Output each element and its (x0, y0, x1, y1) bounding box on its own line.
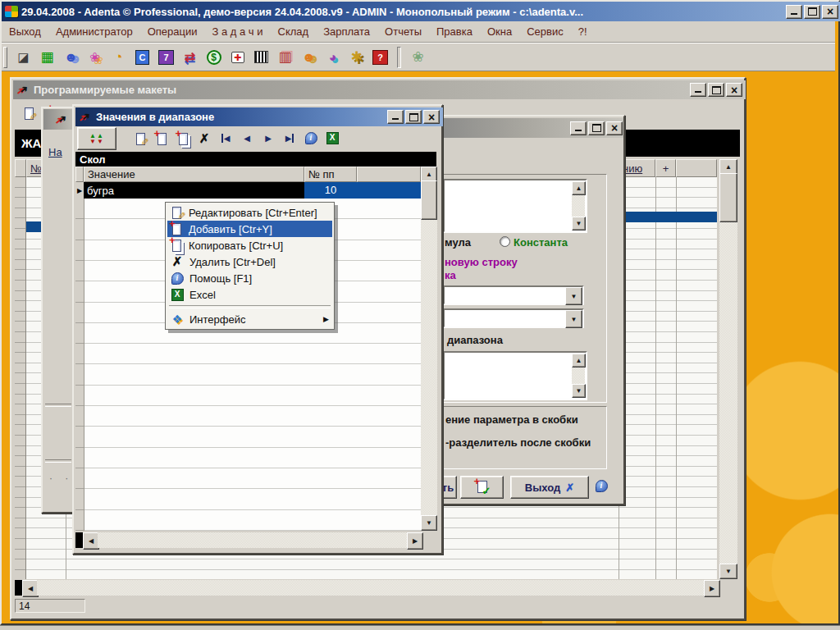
celebration-icon[interactable] (84, 48, 105, 67)
range-combo-2[interactable] (443, 308, 584, 328)
transfer-icon[interactable] (180, 48, 200, 67)
pie-chart-icon[interactable] (322, 48, 343, 67)
formula-textarea[interactable] (443, 179, 587, 233)
menu-item-9[interactable]: Сервис (519, 22, 571, 41)
context-menu-item-3[interactable]: Удалить [Ctr+Del] (167, 253, 332, 270)
main-window-maximize-button[interactable] (804, 5, 820, 19)
scroll-up-button[interactable] (572, 181, 586, 195)
radio-constant-label[interactable]: Константа (514, 236, 568, 249)
money-icon[interactable] (203, 48, 224, 67)
menu-item-4[interactable]: Склад (271, 22, 317, 41)
main-titlebar[interactable]: 29.04.2008 - Adenta © Professional, демо… (2, 2, 840, 21)
sort-button[interactable] (77, 127, 116, 150)
scroll-right-button[interactable] (407, 532, 423, 550)
users-icon[interactable] (61, 48, 81, 67)
menu-item-10[interactable]: ?! (571, 22, 595, 41)
staff-icon[interactable] (299, 48, 319, 67)
range-combo-1[interactable] (443, 285, 584, 305)
checkbox-label-brackets[interactable]: ение параметра в скобки (445, 413, 578, 426)
params-dialog-maximize-button[interactable] (588, 121, 605, 135)
menu-item-2[interactable]: Операции (140, 22, 205, 41)
first-aid-icon[interactable] (227, 48, 248, 67)
dropdown-button[interactable] (565, 287, 582, 305)
excel-button[interactable] (322, 129, 343, 148)
scroll-down-button[interactable] (719, 564, 737, 579)
last-record-button[interactable] (279, 129, 300, 148)
drive-c-icon[interactable] (132, 48, 153, 67)
menu-item-1[interactable]: Администратор (48, 22, 140, 41)
column-header-value[interactable]: Значение (84, 167, 304, 182)
menu-item-7[interactable]: Правка (429, 22, 480, 41)
values-titlebar[interactable]: Значения в диапазоне (75, 107, 443, 126)
scroll-thumb[interactable] (421, 180, 437, 220)
context-menu-item-7[interactable]: Интерфейс▶ (167, 311, 332, 327)
scroll-down-button[interactable] (572, 384, 586, 398)
scroll-thumb[interactable] (719, 173, 737, 222)
menu-item-3[interactable]: З а д а ч и (205, 22, 271, 41)
first-record-button[interactable] (215, 129, 236, 148)
calendar-icon[interactable] (156, 48, 176, 67)
column-header-num[interactable]: № пп (304, 167, 357, 182)
panel-icon[interactable] (37, 48, 57, 67)
values-horizontal-scrollbar[interactable] (75, 532, 437, 548)
toolbar-grip[interactable] (3, 47, 7, 68)
scroll-up-button[interactable] (572, 354, 586, 368)
layouts-window-maximize-button[interactable] (708, 83, 724, 97)
layouts-titlebar[interactable]: Программируемые макеты (13, 80, 746, 99)
dialog-help-icon[interactable] (595, 479, 608, 492)
services-flower-icon[interactable] (408, 48, 428, 67)
prev-record-button[interactable] (236, 129, 258, 148)
help-button[interactable] (300, 129, 322, 148)
logout-icon[interactable] (13, 48, 34, 67)
values-vertical-scrollbar[interactable] (421, 167, 437, 531)
checkbox-label-separator[interactable]: -разделитель после скобки (445, 436, 591, 449)
radio-formula-label[interactable]: мула (445, 236, 471, 249)
params-dialog-close-button[interactable] (606, 121, 623, 135)
cash-register-icon[interactable] (275, 48, 295, 67)
help-book-icon[interactable] (370, 48, 390, 67)
edit-button[interactable] (18, 103, 39, 123)
context-menu-item-5[interactable]: Excel (167, 286, 332, 303)
column-header-plus[interactable]: + (655, 159, 676, 177)
add-button[interactable] (151, 129, 172, 148)
menu-item-0[interactable]: Выход (2, 22, 48, 41)
textarea-scrollbar[interactable] (572, 354, 585, 398)
textarea-scrollbar[interactable] (572, 181, 585, 231)
main-window-close-button[interactable] (822, 5, 838, 19)
layouts-horizontal-scrollbar[interactable] (15, 580, 737, 596)
values-window-minimize-button[interactable] (387, 110, 404, 124)
values-window-maximize-button[interactable] (405, 110, 422, 124)
cell-num[interactable]: 10 (304, 182, 421, 199)
menu-item-5[interactable]: Зарплата (316, 22, 377, 41)
delete-button[interactable] (194, 129, 215, 148)
barcode-icon[interactable] (251, 48, 272, 67)
context-menu-item-2[interactable]: Копировать [Ctr+U] (167, 237, 332, 253)
apply-button[interactable]: + (460, 476, 504, 499)
params-dialog-titlebar[interactable] (443, 118, 625, 138)
values-window-close-button[interactable] (423, 110, 440, 124)
scroll-left-button[interactable] (22, 580, 39, 597)
range-textarea[interactable] (443, 351, 587, 400)
scroll-right-button[interactable] (704, 580, 720, 597)
copy-button[interactable] (172, 129, 194, 148)
exit-button[interactable]: Выход✗ (510, 476, 589, 499)
strip-sort-link[interactable]: На (48, 146, 62, 158)
context-menu-item-4[interactable]: Помощь [F1] (167, 270, 332, 286)
layouts-vertical-scrollbar[interactable] (719, 159, 737, 579)
context-menu-item-0[interactable]: Редактировать [Ctr+Enter] (167, 204, 332, 221)
context-menu-item-1[interactable]: Добавить [Ctr+Y] (167, 221, 332, 237)
cell-value[interactable]: бугра (84, 182, 304, 199)
dropdown-button[interactable] (565, 310, 582, 328)
scroll-left-button[interactable] (83, 532, 99, 550)
next-record-button[interactable] (258, 129, 279, 148)
menu-item-8[interactable]: Окна (480, 22, 519, 41)
save-button-cut[interactable]: ть (441, 476, 457, 499)
scroll-down-button[interactable] (421, 515, 437, 531)
edit-button[interactable] (130, 129, 151, 148)
layouts-window-close-button[interactable] (726, 83, 742, 97)
scroll-down-button[interactable] (572, 217, 586, 231)
gears-icon[interactable] (346, 48, 367, 67)
layouts-window-minimize-button[interactable] (690, 83, 706, 97)
menu-item-6[interactable]: Отчеты (377, 22, 429, 41)
params-dialog-minimize-button[interactable] (570, 121, 587, 135)
